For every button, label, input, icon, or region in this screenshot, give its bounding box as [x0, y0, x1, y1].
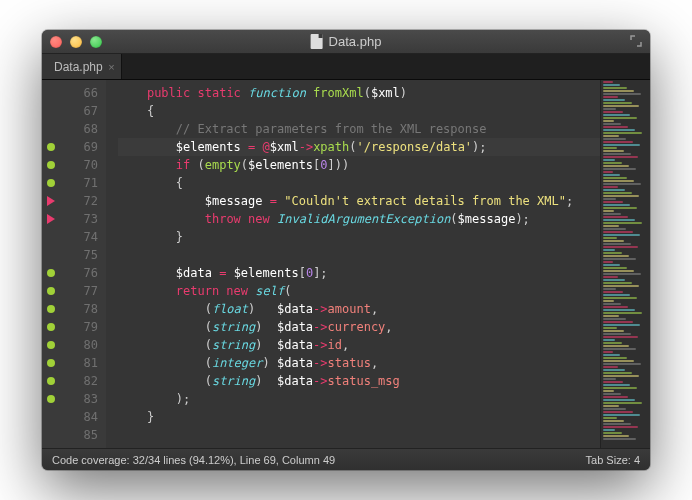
editor: 6667686970717273747576777879808182838485…	[42, 80, 650, 448]
tab-bar: Data.php ×	[42, 54, 650, 80]
code-line[interactable]: );	[118, 390, 600, 408]
code-line[interactable]: (string) $data->id,	[118, 336, 600, 354]
coverage-covered-icon	[42, 282, 60, 300]
line-number: 84	[60, 408, 98, 426]
line-number: 75	[60, 246, 98, 264]
code-line[interactable]: return new self(	[118, 282, 600, 300]
line-number: 81	[60, 354, 98, 372]
code-line[interactable]: $elements = @$xml->xpath('/response/data…	[118, 138, 600, 156]
code-line[interactable]: if (empty($elements[0]))	[118, 156, 600, 174]
line-number: 71	[60, 174, 98, 192]
close-window-icon[interactable]	[50, 36, 62, 48]
code-line[interactable]: (integer) $data->status,	[118, 354, 600, 372]
window-controls	[50, 36, 102, 48]
coverage-covered-icon	[42, 372, 60, 390]
minimize-window-icon[interactable]	[70, 36, 82, 48]
line-number: 77	[60, 282, 98, 300]
titlebar[interactable]: Data.php	[42, 30, 650, 54]
coverage-covered-icon	[42, 138, 60, 156]
code-line[interactable]: (float) $data->amount,	[118, 300, 600, 318]
status-right[interactable]: Tab Size: 4	[586, 454, 640, 466]
code-line[interactable]: }	[118, 228, 600, 246]
coverage-uncovered-icon	[42, 192, 60, 210]
coverage-none	[42, 228, 60, 246]
line-number: 68	[60, 120, 98, 138]
coverage-covered-icon	[42, 318, 60, 336]
line-number: 80	[60, 336, 98, 354]
coverage-uncovered-icon	[42, 210, 60, 228]
fullscreen-icon[interactable]	[630, 35, 642, 49]
coverage-none	[42, 102, 60, 120]
line-number: 66	[60, 84, 98, 102]
coverage-none	[42, 246, 60, 264]
status-left: Code coverage: 32/34 lines (94.12%), Lin…	[52, 454, 335, 466]
code-line[interactable]: }	[118, 408, 600, 426]
line-number: 78	[60, 300, 98, 318]
minimap[interactable]	[600, 80, 650, 448]
coverage-covered-icon	[42, 336, 60, 354]
window-title-text: Data.php	[329, 34, 382, 49]
line-number: 83	[60, 390, 98, 408]
file-icon	[311, 34, 323, 49]
line-number: 85	[60, 426, 98, 444]
code-line[interactable]: (string) $data->status_msg	[118, 372, 600, 390]
line-number: 69	[60, 138, 98, 156]
code-line[interactable]: {	[118, 102, 600, 120]
line-number-gutter: 6667686970717273747576777879808182838485	[60, 80, 106, 448]
close-tab-icon[interactable]: ×	[108, 61, 114, 73]
coverage-covered-icon	[42, 390, 60, 408]
line-number: 76	[60, 264, 98, 282]
coverage-covered-icon	[42, 300, 60, 318]
coverage-covered-icon	[42, 354, 60, 372]
code-line[interactable]: // Extract parameters from the XML respo…	[118, 120, 600, 138]
coverage-none	[42, 84, 60, 102]
coverage-none	[42, 408, 60, 426]
line-number: 72	[60, 192, 98, 210]
code-line[interactable]	[118, 426, 600, 444]
tab-data-php[interactable]: Data.php ×	[42, 54, 122, 79]
line-number: 79	[60, 318, 98, 336]
coverage-none	[42, 426, 60, 444]
code-line[interactable]: throw new InvalidArgumentException($mess…	[118, 210, 600, 228]
code-line[interactable]: (string) $data->currency,	[118, 318, 600, 336]
coverage-covered-icon	[42, 156, 60, 174]
line-number: 73	[60, 210, 98, 228]
code-line[interactable]: public static function fromXml($xml)	[118, 84, 600, 102]
window-title: Data.php	[311, 34, 382, 49]
code-line[interactable]	[118, 246, 600, 264]
coverage-none	[42, 120, 60, 138]
code-line[interactable]: $data = $elements[0];	[118, 264, 600, 282]
tab-label: Data.php	[54, 60, 103, 74]
zoom-window-icon[interactable]	[90, 36, 102, 48]
coverage-covered-icon	[42, 264, 60, 282]
code-area[interactable]: public static function fromXml($xml) { /…	[106, 80, 600, 448]
line-number: 70	[60, 156, 98, 174]
editor-window: Data.php Data.php × 66676869707172737475…	[42, 30, 650, 470]
coverage-gutter	[42, 80, 60, 448]
code-line[interactable]: $message = "Couldn't extract details fro…	[118, 192, 600, 210]
line-number: 82	[60, 372, 98, 390]
line-number: 74	[60, 228, 98, 246]
code-line[interactable]: {	[118, 174, 600, 192]
line-number: 67	[60, 102, 98, 120]
coverage-covered-icon	[42, 174, 60, 192]
status-bar: Code coverage: 32/34 lines (94.12%), Lin…	[42, 448, 650, 470]
